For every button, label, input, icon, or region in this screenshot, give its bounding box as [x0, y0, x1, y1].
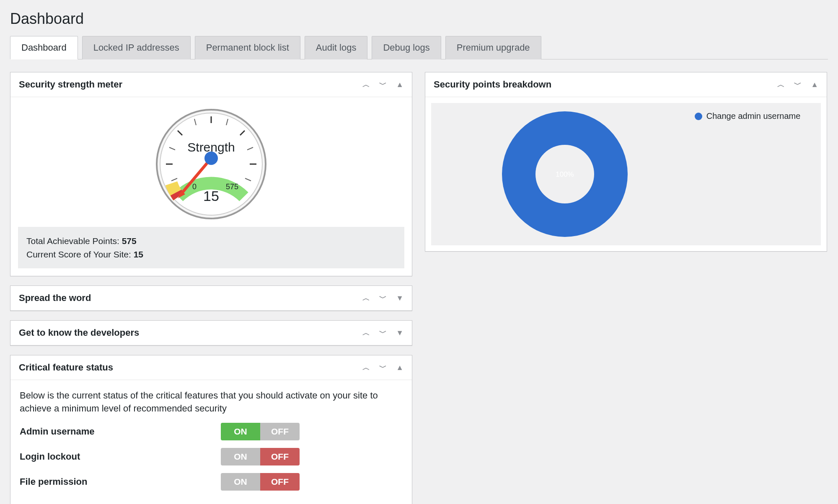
- chevron-up-icon[interactable]: ︿: [362, 81, 370, 88]
- triangle-up-icon[interactable]: ▲: [811, 81, 818, 88]
- total-points-value: 575: [122, 236, 137, 246]
- panel-developers-header[interactable]: Get to know the developers ︿ ﹀ ▼: [10, 321, 412, 345]
- donut-legend: Change admin username: [695, 107, 817, 241]
- chevron-up-icon[interactable]: ︿: [362, 329, 370, 337]
- legend-swatch-icon: [695, 113, 702, 120]
- panel-strength-header[interactable]: Security strength meter ︿ ﹀ ▲: [10, 72, 412, 97]
- toggle-on: ON: [221, 448, 260, 465]
- chevron-down-icon[interactable]: ﹀: [379, 81, 387, 88]
- chevron-down-icon[interactable]: ﹀: [379, 329, 387, 337]
- panel-spread-header[interactable]: Spread the word ︿ ﹀ ▼: [10, 286, 412, 311]
- tab-debug-logs[interactable]: Debug logs: [372, 36, 441, 59]
- chevron-up-icon[interactable]: ︿: [362, 364, 370, 371]
- chevron-up-icon[interactable]: ︿: [362, 294, 370, 302]
- triangle-down-icon[interactable]: ▼: [396, 294, 403, 302]
- gauge-min-label: 0: [192, 183, 197, 191]
- legend-item: Change admin username: [695, 111, 817, 121]
- tab-dashboard[interactable]: Dashboard: [10, 36, 78, 59]
- gauge-value-label: 15: [203, 188, 219, 204]
- panel-spread-word: Spread the word ︿ ﹀ ▼: [10, 285, 412, 311]
- current-score-label: Current Score of Your Site:: [26, 249, 134, 259]
- panel-spread-title: Spread the word: [19, 293, 91, 303]
- gauge-info: Total Achievable Points: 575 Current Sco…: [18, 227, 404, 268]
- tab-locked-ip[interactable]: Locked IP addresses: [82, 36, 191, 59]
- svg-point-15: [204, 152, 218, 165]
- critical-description: Below is the current status of the criti…: [20, 389, 403, 415]
- panel-breakdown-header[interactable]: Security points breakdown ︿ ﹀ ▲: [425, 72, 827, 97]
- left-column: Security strength meter ︿ ﹀ ▲: [10, 72, 412, 504]
- feature-label: Admin username: [20, 426, 221, 437]
- tab-strip: Dashboard Locked IP addresses Permanent …: [10, 36, 828, 59]
- toggle-on: ON: [221, 423, 260, 440]
- panel-strength-title: Security strength meter: [19, 79, 122, 90]
- panel-strength-meter: Security strength meter ︿ ﹀ ▲: [10, 72, 412, 276]
- toggle-off: OFF: [260, 448, 300, 465]
- triangle-up-icon[interactable]: ▲: [396, 364, 403, 371]
- tab-permanent-block[interactable]: Permanent block list: [195, 36, 300, 59]
- chevron-down-icon[interactable]: ﹀: [794, 81, 802, 88]
- gauge: Strength 0 575 15: [10, 101, 412, 227]
- donut-chart: 100%: [498, 107, 632, 241]
- page-title: Dashboard: [10, 10, 828, 28]
- chevron-down-icon[interactable]: ﹀: [379, 294, 387, 302]
- triangle-up-icon[interactable]: ▲: [396, 81, 403, 88]
- tab-audit-logs[interactable]: Audit logs: [305, 36, 368, 59]
- feature-toggle[interactable]: ON OFF: [221, 423, 300, 440]
- chevron-down-icon[interactable]: ﹀: [379, 364, 387, 371]
- right-column: Security points breakdown ︿ ﹀ ▲ 100%: [425, 72, 827, 504]
- toggle-off: OFF: [260, 473, 300, 491]
- feature-row-login-lockout: Login lockout ON OFF: [20, 448, 403, 465]
- current-score-value: 15: [134, 249, 143, 259]
- toggle-on: ON: [221, 473, 260, 491]
- panel-developers-title: Get to know the developers: [19, 327, 139, 338]
- panel-critical-features: Critical feature status ︿ ﹀ ▲ Below is t…: [10, 355, 412, 504]
- feature-label: File permission: [20, 476, 221, 487]
- total-points-label: Total Achievable Points:: [26, 236, 122, 246]
- panel-developers: Get to know the developers ︿ ﹀ ▼: [10, 320, 412, 346]
- feature-label: Login lockout: [20, 451, 221, 462]
- panel-breakdown-title: Security points breakdown: [434, 79, 551, 90]
- triangle-down-icon[interactable]: ▼: [396, 329, 403, 337]
- tab-premium-upgrade[interactable]: Premium upgrade: [445, 36, 541, 59]
- feature-toggle[interactable]: ON OFF: [221, 448, 300, 465]
- panel-critical-title: Critical feature status: [19, 362, 113, 373]
- chevron-up-icon[interactable]: ︿: [777, 81, 785, 88]
- toggle-off: OFF: [260, 423, 300, 440]
- feature-row-admin-username: Admin username ON OFF: [20, 423, 403, 440]
- panel-critical-header[interactable]: Critical feature status ︿ ﹀ ▲: [10, 355, 412, 380]
- feature-row-file-permission: File permission ON OFF: [20, 473, 403, 491]
- legend-label: Change admin username: [706, 111, 801, 121]
- panel-points-breakdown: Security points breakdown ︿ ﹀ ▲ 100%: [425, 72, 827, 252]
- gauge-max-label: 575: [226, 183, 238, 191]
- donut-center-label: 100%: [556, 170, 574, 178]
- donut-area: 100% Change admin username: [431, 103, 821, 245]
- feature-toggle[interactable]: ON OFF: [221, 473, 300, 491]
